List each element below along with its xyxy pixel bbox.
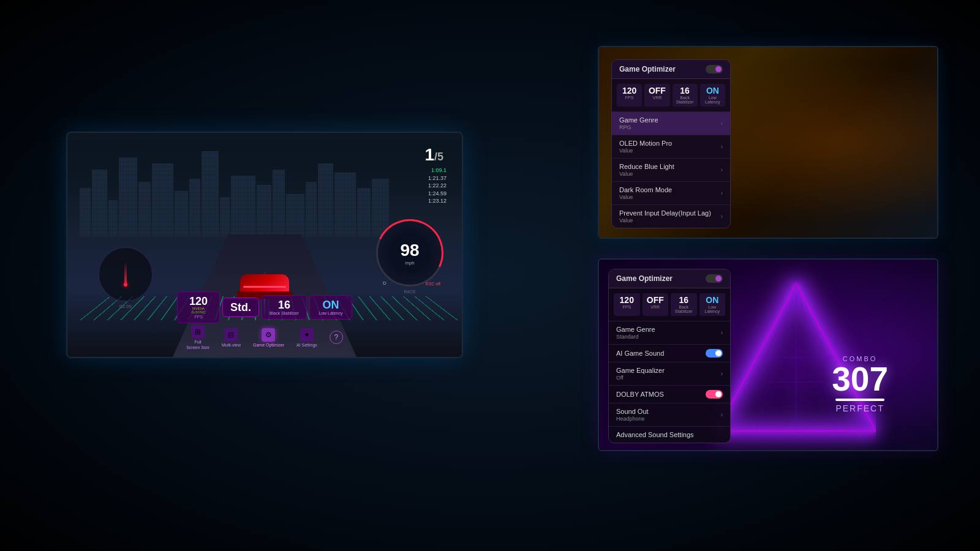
ai-game-sound-toggle[interactable]: [706, 349, 723, 358]
input-lag-value-top: Value: [619, 217, 721, 223]
right-top-background: 🎮 ⊞ 🔊 Game Optimizer 120 FPS OFF VRR 16: [599, 47, 937, 238]
stat-fps-top: 120 FPS: [617, 84, 642, 107]
stat-latency-top: ON Low Latency: [700, 84, 725, 107]
advanced-sound-name: Advanced Sound Settings: [616, 431, 723, 438]
game-genre-name-top: Game Genre: [619, 116, 721, 124]
latency-label-top: Low Latency: [701, 96, 724, 104]
level-circle: [98, 247, 153, 302]
latency-val-top: ON: [701, 86, 724, 95]
menu-dark-room-top[interactable]: Dark Room Mode Value ›: [612, 182, 730, 205]
game-genre-name-bottom: Game Genre: [616, 326, 721, 333]
stat-fps-bottom: 120 FPS: [614, 293, 640, 316]
optimizer-stats-top: 120 FPS OFF VRR 16 Back Stabilizer ON Lo…: [612, 79, 730, 112]
latency-val-bottom: ON: [701, 296, 725, 304]
vrr-label-top: VRR: [646, 96, 668, 100]
fps-label-top: FPS: [618, 96, 641, 100]
vrr-val-bottom: OFF: [644, 296, 668, 304]
player-car: [240, 274, 289, 302]
reduce-blue-name-top: Reduce Blue Light: [619, 163, 721, 170]
car-body: [240, 274, 289, 293]
oled-motion-text-top: OLED Motion Pro Value: [619, 140, 721, 154]
optimizer-title-top: Game Optimizer: [619, 65, 676, 73]
stat-vrr-bottom: OFF VRR: [643, 293, 669, 316]
optimizer-toggle-bottom[interactable]: [706, 274, 723, 283]
level-indicator: 02:39: [98, 247, 153, 302]
vrr-val-top: OFF: [646, 86, 668, 95]
optimizer-menu-top: Game Genre RPG › OLED Motion Pro Value ›…: [612, 112, 730, 228]
menu-input-lag-top[interactable]: Prevent Input Delay(Input Lag) Value ›: [612, 205, 730, 228]
game-equalizer-value: Off: [616, 375, 721, 381]
speed-unit: mph: [400, 260, 419, 266]
game-genre-value-bottom: Standard: [616, 334, 721, 340]
game-equalizer-text: Game Equalizer Off: [616, 367, 721, 381]
sound-out-value: Headphone: [616, 416, 721, 422]
stat-latency-bottom: ON Low Latency: [699, 293, 726, 316]
vrr-label-bottom: VRR: [644, 305, 668, 309]
fps-label-bottom: FPS: [615, 305, 639, 309]
input-lag-text-top: Prevent Input Delay(Input Lag) Value: [619, 209, 721, 223]
reduce-blue-value-top: Value: [619, 171, 721, 177]
stat-black-bottom: 16 Back Stabilizer: [671, 293, 697, 316]
dolby-atmos-toggle[interactable]: [706, 390, 723, 399]
combo-bar: [835, 399, 884, 401]
reduce-blue-arrow-top: ›: [721, 167, 723, 173]
optimizer-toggle-top[interactable]: [706, 65, 723, 73]
sound-out-text: Sound Out Headphone: [616, 408, 721, 422]
menu-sound-out[interactable]: Sound Out Headphone ›: [609, 403, 730, 427]
latency-label-bottom: Low Latency: [701, 305, 725, 313]
road-scene: 1/5 1:09.1 1:21.37 1:22.22 1:24.59 1:23.…: [67, 133, 462, 357]
optimizer-header-top: Game Optimizer: [612, 60, 730, 79]
optimizer-menu-bottom: Game Genre Standard › AI Game Sound Game…: [609, 321, 730, 443]
fps-val-top: 120: [618, 86, 641, 95]
combo-perfect: PERFECT: [832, 403, 888, 413]
sound-out-name: Sound Out: [616, 408, 721, 415]
esc-label: ESC off: [426, 282, 440, 286]
fps-val-bottom: 120: [615, 296, 639, 304]
reduce-blue-text-top: Reduce Blue Light Value: [619, 163, 721, 177]
level-bar: [124, 262, 127, 287]
game-genre-arrow-top: ›: [721, 120, 723, 127]
oled-motion-name-top: OLED Motion Pro: [619, 140, 721, 147]
speed-value: 98: [400, 241, 419, 260]
combo-display: COMBO 307 PERFECT: [832, 355, 888, 413]
input-lag-name-top: Prevent Input Delay(Input Lag): [619, 209, 721, 217]
menu-reduce-blue-top[interactable]: Reduce Blue Light Value ›: [612, 159, 730, 182]
oled-motion-value-top: Value: [619, 148, 721, 154]
car-rear-lights: [243, 286, 286, 288]
menu-ai-game-sound[interactable]: AI Game Sound: [609, 345, 730, 362]
menu-oled-motion-top[interactable]: OLED Motion Pro Value ›: [612, 135, 730, 159]
sound-out-arrow: ›: [721, 411, 723, 418]
top-optimizer-panel: 🎮 ⊞ 🔊 Game Optimizer 120 FPS OFF VRR 16: [611, 59, 731, 228]
game-equalizer-arrow: ›: [721, 370, 723, 377]
input-lag-arrow-top: ›: [721, 213, 723, 220]
stat-vrr-top: OFF VRR: [644, 84, 669, 107]
dolby-atmos-text: DOLBY ATMOS: [616, 391, 706, 398]
black-val-bottom: 16: [672, 296, 696, 304]
black-label-top: Back Stabilizer: [674, 96, 696, 104]
dolby-atmos-name: DOLBY ATMOS: [616, 391, 706, 398]
optimizer-title-bottom: Game Optimizer: [616, 274, 673, 283]
buildings: [67, 151, 462, 237]
ai-game-sound-text: AI Game Sound: [616, 350, 706, 357]
dark-room-text-top: Dark Room Mode Value: [619, 186, 721, 200]
optimizer-header-bottom: Game Optimizer: [609, 269, 730, 288]
ai-game-sound-name: AI Game Sound: [616, 350, 706, 357]
dark-room-arrow-top: ›: [721, 190, 723, 197]
black-label-bottom: Back Stabilizer: [672, 305, 696, 313]
menu-advanced-sound[interactable]: Advanced Sound Settings: [609, 427, 730, 443]
game-genre-arrow-bottom: ›: [721, 329, 723, 336]
black-val-top: 16: [674, 86, 696, 95]
dark-room-value-top: Value: [619, 194, 721, 200]
stat-black-top: 16 Back Stabilizer: [673, 84, 698, 107]
menu-game-equalizer[interactable]: Game Equalizer Off ›: [609, 362, 730, 386]
menu-game-genre-top[interactable]: Game Genre RPG ›: [612, 112, 730, 135]
level-dot: [124, 283, 127, 287]
right-top-screen: 🎮 ⊞ 🔊 Game Optimizer 120 FPS OFF VRR 16: [598, 46, 938, 239]
menu-dolby-atmos[interactable]: DOLBY ATMOS: [609, 386, 730, 403]
oled-motion-arrow-top: ›: [721, 143, 723, 150]
combo-number: 307: [832, 362, 888, 396]
menu-game-genre-bottom[interactable]: Game Genre Standard ›: [609, 321, 730, 345]
dark-room-name-top: Dark Room Mode: [619, 186, 721, 193]
left-gaming-screen: 1/5 1:09.1 1:21.37 1:22.22 1:24.59 1:23.…: [66, 132, 463, 358]
gear-d-label: D: [383, 280, 386, 286]
